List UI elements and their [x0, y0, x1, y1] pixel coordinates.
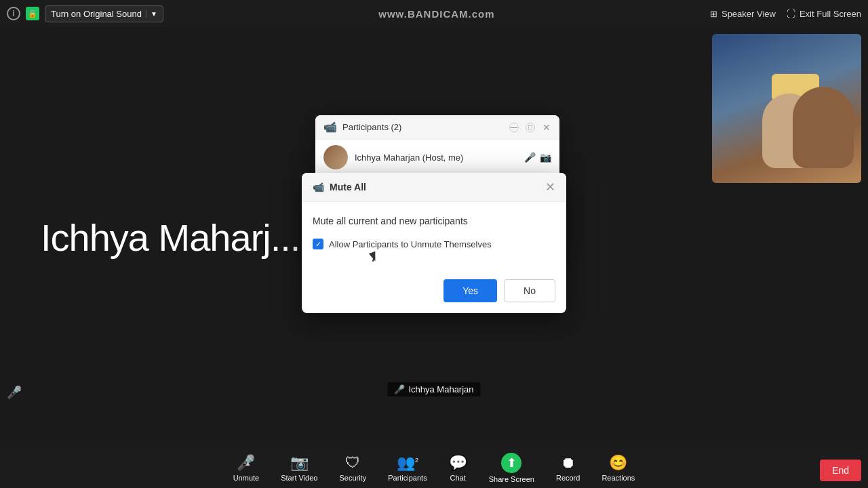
- unmute-label: Unmute: [233, 474, 260, 482]
- reactions-icon: 😊: [609, 454, 627, 472]
- exit-fullscreen-icon: ⛶: [787, 9, 795, 19]
- speaker-label: 🎤 Ichhya Maharjan: [387, 382, 480, 396]
- participant-item: Ichhya Maharjan (Host, me) 🎤 📷: [315, 140, 559, 176]
- microphone-icon: 🎤 ▲: [237, 454, 255, 472]
- video-thumbnail: [712, 34, 861, 183]
- speaker-name-display: Ichhya Maharj...: [41, 216, 300, 260]
- video-feed: [712, 34, 861, 183]
- unmute-button[interactable]: 🎤 ▲ Unmute: [222, 451, 271, 485]
- allow-unmute-checkbox[interactable]: ✓: [313, 239, 323, 249]
- video-arrow[interactable]: ▲: [298, 460, 304, 467]
- exit-fullscreen-button[interactable]: ⛶ Exit Full Screen: [787, 9, 861, 19]
- share-screen-icon: ⬆: [501, 453, 521, 473]
- avatar-image: [323, 145, 348, 169]
- reactions-toolbar-button[interactable]: 😊 Reactions: [591, 451, 646, 485]
- participants-toolbar-button[interactable]: 👥2 Participants: [377, 451, 437, 485]
- start-video-button[interactable]: 📷 ▲ Start Video: [270, 451, 328, 485]
- close-panel-button[interactable]: ✕: [542, 123, 551, 132]
- mute-indicator: 🎤: [7, 385, 22, 400]
- panel-titlebar-controls: — □ ✕: [509, 123, 551, 132]
- allow-unmute-row: ✓ Allow Participants to Unmute Themselve…: [313, 239, 555, 249]
- mute-all-dialog: 📹 Mute All ✕ Mute all current and new pa…: [302, 173, 566, 313]
- record-toolbar-button[interactable]: ⏺ Record: [545, 451, 591, 485]
- share-screen-label: Share Screen: [489, 475, 534, 483]
- exit-fullscreen-label: Exit Full Screen: [800, 9, 861, 19]
- security-label: Security: [339, 474, 366, 482]
- participants-label: Participants: [388, 474, 427, 482]
- zoom-logo-icon: 📹: [323, 121, 337, 134]
- bottom-toolbar: 🎤 ▲ Unmute 📷 ▲ Start Video 🛡 Security 👥2…: [0, 447, 868, 488]
- dialog-actions: Yes No: [302, 279, 566, 313]
- reactions-label: Reactions: [601, 474, 635, 482]
- maximize-button[interactable]: □: [526, 123, 535, 132]
- dialog-body: Mute all current and new participants ✓ …: [302, 202, 566, 279]
- info-icon[interactable]: i: [7, 7, 20, 20]
- panel-titlebar: 📹 Participants (2) — □ ✕: [315, 115, 559, 140]
- end-button[interactable]: End: [820, 460, 861, 481]
- no-button[interactable]: No: [504, 279, 555, 302]
- unmute-arrow[interactable]: ▲: [245, 460, 252, 467]
- participant-name: Ichhya Maharjan (Host, me): [355, 152, 517, 163]
- minimize-button[interactable]: —: [509, 123, 519, 132]
- camera-icon: 📷 ▲: [290, 454, 309, 472]
- dialog-title-text: Mute All: [330, 182, 366, 192]
- participant-video-icon: 📷: [540, 152, 551, 163]
- record-icon: ⏺: [561, 454, 576, 472]
- participant-mute-icon: 🎤: [524, 152, 536, 163]
- share-screen-toolbar-button[interactable]: ⬆ Share Screen: [478, 450, 545, 486]
- participants-icon: 👥2: [397, 454, 418, 472]
- chat-icon: 💬: [449, 454, 467, 472]
- participants-count: 2: [415, 456, 418, 463]
- start-video-label: Start Video: [281, 474, 317, 482]
- record-label: Record: [556, 474, 580, 482]
- top-bar-left: i 🔒 Turn on Original Sound ▼: [7, 5, 163, 22]
- speaker-view-label: Speaker View: [722, 9, 776, 19]
- allow-unmute-label: Allow Participants to Unmute Themselves: [329, 239, 492, 249]
- participant-icons: 🎤 📷: [524, 152, 551, 163]
- speaker-label-text: Ichhya Maharjan: [408, 384, 473, 394]
- chat-toolbar-button[interactable]: 💬 Chat: [438, 451, 478, 485]
- speaker-view-button[interactable]: ⊞ Speaker View: [710, 9, 776, 19]
- zoom-dialog-icon: 📹: [313, 182, 324, 192]
- dialog-message: Mute all current and new participants: [313, 216, 555, 226]
- chat-label: Chat: [450, 474, 466, 482]
- dialog-titlebar: 📹 Mute All ✕: [302, 173, 566, 202]
- panel-title: Participants (2): [342, 122, 401, 132]
- yes-button[interactable]: Yes: [443, 279, 497, 302]
- original-sound-button[interactable]: Turn on Original Sound ▼: [45, 5, 163, 22]
- panel-title-left: 📹 Participants (2): [323, 121, 401, 134]
- security-toolbar-button[interactable]: 🛡 Security: [328, 451, 377, 485]
- speaker-view-icon: ⊞: [710, 9, 717, 19]
- participant-avatar: [323, 145, 348, 169]
- original-sound-label: Turn on Original Sound: [51, 9, 142, 19]
- speaker-mute-icon: 🎤: [394, 384, 405, 394]
- dialog-title: 📹 Mute All: [313, 182, 366, 192]
- top-bar: i 🔒 Turn on Original Sound ▼ www.BANDICA…: [0, 0, 868, 27]
- brand-watermark: www.BANDICAM.com: [378, 8, 494, 20]
- dialog-close-button[interactable]: ✕: [545, 180, 555, 195]
- top-bar-right: ⊞ Speaker View ⛶ Exit Full Screen: [710, 9, 861, 19]
- security-icon: 🛡: [345, 454, 360, 472]
- original-sound-dropdown-arrow[interactable]: ▼: [146, 10, 157, 18]
- shield-icon[interactable]: 🔒: [26, 7, 39, 20]
